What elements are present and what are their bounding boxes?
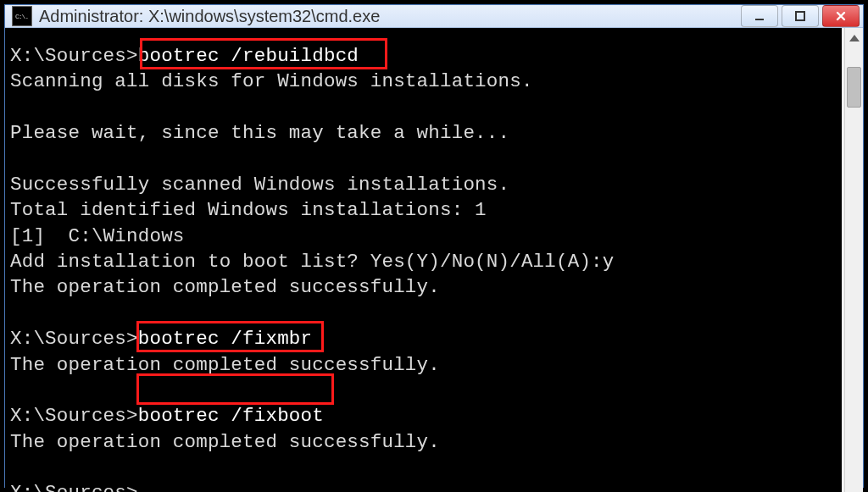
client-area: X:\Sources>bootrec /rebuildbcd Scanning …: [5, 28, 863, 492]
svg-rect-0: [755, 19, 764, 20]
maximize-icon: [794, 10, 806, 22]
blank-line: [10, 146, 837, 172]
prompt: X:\Sources>: [10, 405, 138, 427]
terminal-line: The operation completed successfully.: [10, 274, 837, 300]
terminal-line: The operation completed successfully.: [10, 352, 837, 378]
terminal-line: [1] C:\Windows: [10, 224, 837, 249]
blank-line: [10, 455, 837, 480]
terminal-line: Add installation to boot list? Yes(Y)/No…: [10, 249, 837, 274]
terminal-output[interactable]: X:\Sources>bootrec /rebuildbcd Scanning …: [5, 28, 842, 492]
blank-line: [10, 301, 837, 326]
close-button[interactable]: [822, 5, 860, 27]
prompt: X:\Sources>: [10, 482, 138, 492]
terminal-line: Please wait, since this may take a while…: [10, 120, 837, 146]
scroll-track[interactable]: [845, 45, 863, 492]
prompt: X:\Sources>: [10, 328, 138, 350]
minimize-button[interactable]: [741, 5, 778, 27]
titlebar[interactable]: C:\. Administrator: X:\windows\system32\…: [5, 5, 863, 28]
minimize-icon: [754, 10, 765, 22]
command-prompt-window: C:\. Administrator: X:\windows\system32\…: [4, 4, 864, 488]
terminal-line: Successfully scanned Windows installatio…: [10, 172, 837, 197]
vertical-scrollbar[interactable]: [844, 28, 863, 492]
command-rebuildbcd: bootrec /rebuildbcd: [138, 45, 359, 67]
svg-rect-1: [796, 12, 804, 20]
terminal-line: The operation completed successfully.: [10, 429, 837, 455]
terminal-line: X:\Sources>bootrec /fixboot: [10, 403, 837, 428]
terminal-line: Total identified Windows installations: …: [10, 197, 837, 223]
terminal-line: Scanning all disks for Windows installat…: [10, 69, 837, 94]
blank-line: [10, 378, 837, 403]
blank-line: [10, 95, 837, 120]
window-controls: [741, 5, 860, 27]
terminal-line: X:\Sources>: [10, 480, 837, 492]
terminal-line: X:\Sources>bootrec /fixmbr: [10, 326, 837, 351]
close-icon: [835, 10, 847, 22]
command-fixboot: bootrec /fixboot: [138, 405, 324, 427]
window-title: Administrator: X:\windows\system32\cmd.e…: [39, 7, 741, 26]
scroll-thumb[interactable]: [847, 67, 861, 108]
terminal-line: X:\Sources>bootrec /rebuildbcd: [10, 43, 837, 69]
cmd-icon-text: C:\.: [15, 13, 28, 20]
scroll-up-icon[interactable]: [849, 35, 860, 41]
command-fixmbr: bootrec /fixmbr: [138, 328, 313, 350]
maximize-button[interactable]: [782, 5, 819, 27]
prompt: X:\Sources>: [10, 45, 138, 67]
cmd-icon: C:\.: [12, 6, 32, 26]
